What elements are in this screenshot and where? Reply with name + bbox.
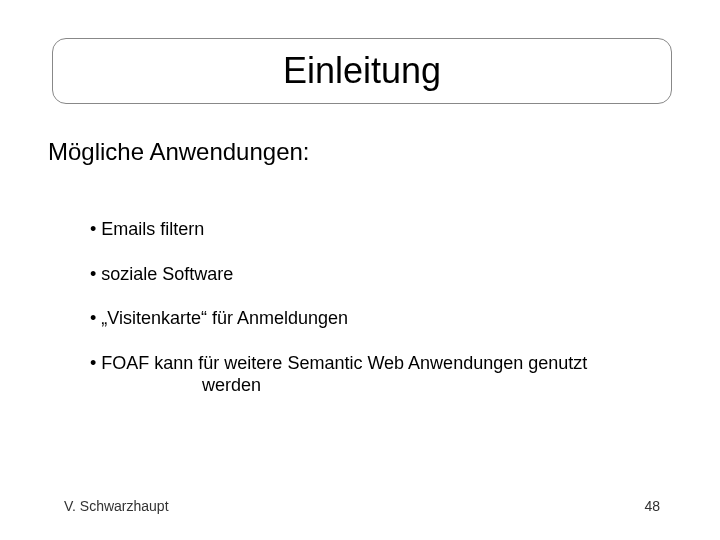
slide: Einleitung Mögliche Anwendungen: Emails … [0,0,720,540]
list-item: „Visitenkarte“ für Anmeldungen [90,307,670,330]
list-item: soziale Software [90,263,670,286]
list-item: Emails filtern [90,218,670,241]
footer-page: 48 [644,498,660,514]
list-item-line1: FOAF kann für weitere Semantic Web Anwen… [101,353,587,373]
subheading: Mögliche Anwendungen: [48,138,310,166]
list-item: FOAF kann für weitere Semantic Web Anwen… [90,352,670,397]
bullet-list: Emails filtern soziale Software „Visiten… [90,218,670,419]
footer-author: V. Schwarzhaupt [64,498,169,514]
slide-title: Einleitung [283,50,441,92]
title-box: Einleitung [52,38,672,104]
list-item-line2: werden [102,374,670,397]
